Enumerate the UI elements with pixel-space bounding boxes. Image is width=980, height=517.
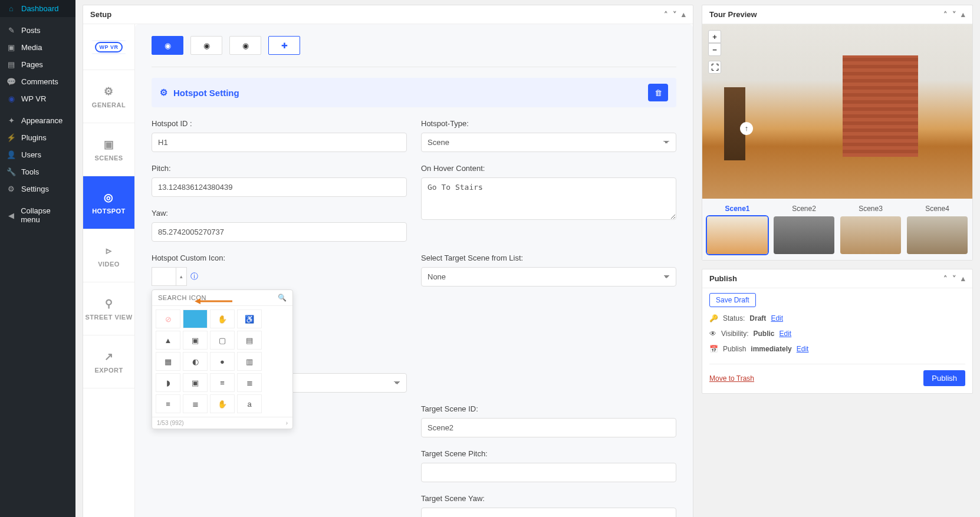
- icon-option[interactable]: ✋: [210, 309, 235, 328]
- tab-export[interactable]: ↗ EXPORT: [83, 335, 134, 388]
- tab-hotspot[interactable]: ◎ HOTSPOT: [83, 176, 134, 229]
- info-icon[interactable]: ⓘ: [190, 271, 198, 282]
- icon-option[interactable]: ▢: [210, 331, 235, 350]
- menu-posts[interactable]: ✎Posts: [0, 22, 75, 39]
- panel-toggle-icon[interactable]: ▴: [961, 10, 965, 19]
- panel-down-icon[interactable]: ˅: [952, 10, 956, 19]
- scene-card-1[interactable]: Scene1: [707, 205, 768, 254]
- panel-title: Setup: [90, 10, 111, 19]
- panel-toggle-icon[interactable]: ▴: [961, 274, 965, 283]
- icon-option[interactable]: a: [237, 394, 262, 413]
- tour-preview-viewport[interactable]: + − ⛶ ↑: [702, 24, 972, 199]
- menu-wpvr[interactable]: ◉WP VR: [0, 90, 75, 107]
- zoom-in-button[interactable]: +: [708, 30, 721, 43]
- panel-down-icon[interactable]: ˅: [673, 10, 677, 19]
- media-icon: ▣: [6, 43, 17, 52]
- icon-picker-trigger[interactable]: ▴: [152, 267, 187, 286]
- edit-status-link[interactable]: Edit: [771, 314, 783, 322]
- gear-icon: ⚙: [160, 87, 167, 98]
- menu-comments[interactable]: 💬Comments: [0, 73, 75, 90]
- chevron-right-icon[interactable]: ›: [286, 420, 288, 426]
- tab-general[interactable]: ⚙ GENERAL: [83, 70, 134, 123]
- target-list-select[interactable]: None: [421, 267, 676, 287]
- icon-option[interactable]: ▣: [183, 373, 208, 392]
- icon-option[interactable]: ≣: [183, 394, 208, 413]
- tab-scenes[interactable]: ▣ SCENES: [83, 123, 134, 176]
- icon-option[interactable]: ▦: [156, 352, 180, 371]
- hotspot-nav-3[interactable]: ◉: [229, 36, 261, 55]
- icon-option[interactable]: ●: [210, 352, 235, 371]
- icon-search-input[interactable]: [158, 294, 278, 301]
- target-yaw-label: Target Scene Yaw:: [421, 494, 676, 503]
- hotspot-type-select[interactable]: Scene: [421, 133, 676, 152]
- setup-panel-header: Setup ˄ ˅ ▴: [83, 5, 693, 24]
- menu-settings[interactable]: ⚙Settings: [0, 180, 75, 197]
- icon-picker-counter: 1/53 (992): [157, 420, 184, 426]
- icon-option[interactable]: ▥: [237, 352, 262, 371]
- menu-pages[interactable]: ▤Pages: [0, 56, 75, 73]
- hotspot-id-input[interactable]: [152, 133, 407, 152]
- save-draft-button[interactable]: Save Draft: [709, 293, 756, 307]
- icon-option[interactable]: ≡: [210, 373, 235, 392]
- content-area: ◉ ◉ ◉ ✚ ⚙ Hotspot Setting 🗑: [135, 24, 693, 517]
- schedule-label: Publish: [723, 345, 746, 353]
- menu-tools[interactable]: 🔧Tools: [0, 163, 75, 180]
- collapse-icon: ◀: [6, 211, 16, 220]
- scene-card-2[interactable]: Scene2: [774, 205, 834, 254]
- menu-dashboard[interactable]: ⌂Dashboard: [0, 0, 75, 17]
- section-title-row: ⚙ Hotspot Setting 🗑: [152, 78, 676, 107]
- hover-textarea[interactable]: [421, 177, 676, 220]
- icon-option[interactable]: ◐: [183, 352, 208, 371]
- yaw-input[interactable]: [152, 222, 407, 242]
- icon-option[interactable]: ▲: [156, 331, 180, 350]
- menu-appearance[interactable]: ✦Appearance: [0, 112, 75, 129]
- icon-option-none[interactable]: ⊘: [156, 309, 180, 328]
- icon-option[interactable]: ◗: [156, 373, 180, 392]
- publish-panel: Publish ˄ ˅ ▴ Save Draft 🔑 Status: Draft…: [702, 269, 973, 394]
- menu-users[interactable]: 👤Users: [0, 146, 75, 163]
- tab-label: GENERAL: [92, 101, 126, 108]
- icon-option[interactable]: ≣: [237, 373, 262, 392]
- panel-toggle-icon[interactable]: ▴: [682, 10, 686, 19]
- icon-option[interactable]: ▣: [183, 331, 208, 350]
- edit-visibility-link[interactable]: Edit: [779, 330, 791, 338]
- users-icon: 👤: [6, 150, 17, 159]
- target-yaw-input[interactable]: [421, 508, 676, 517]
- side-tabs: WP VR ⚙ GENERAL ▣ SCENES ◎ HOTSPOT ▹ VID…: [83, 24, 135, 517]
- target-id-input[interactable]: [421, 418, 676, 437]
- hotspot-nav-2[interactable]: ◉: [190, 36, 222, 55]
- pitch-input[interactable]: [152, 177, 407, 197]
- icon-option-selected[interactable]: [183, 309, 208, 328]
- move-trash-link[interactable]: Move to Trash: [709, 374, 754, 383]
- menu-plugins[interactable]: ⚡Plugins: [0, 129, 75, 146]
- anchor-icon: ⚲: [105, 297, 113, 310]
- hotspot-nav-add[interactable]: ✚: [268, 36, 300, 55]
- panel-up-icon[interactable]: ˄: [943, 274, 948, 283]
- panel-up-icon[interactable]: ˄: [943, 10, 948, 19]
- panel-title: Tour Preview: [709, 10, 757, 19]
- hotspot-id-label: Hotspot ID :: [152, 119, 407, 128]
- hotspot-marker[interactable]: ↑: [740, 122, 753, 135]
- menu-collapse[interactable]: ◀Collapse menu: [0, 202, 75, 228]
- icon-option[interactable]: ▤: [237, 331, 262, 350]
- scene-card-4[interactable]: Scene4: [907, 205, 968, 254]
- scene-card-3[interactable]: Scene3: [840, 205, 901, 254]
- zoom-out-button[interactable]: −: [708, 43, 721, 56]
- menu-media[interactable]: ▣Media: [0, 39, 75, 56]
- icon-option[interactable]: ✋: [210, 394, 235, 413]
- panel-up-icon[interactable]: ˄: [664, 10, 668, 19]
- delete-hotspot-button[interactable]: 🗑: [648, 84, 668, 101]
- panel-title: Publish: [709, 274, 737, 283]
- fullscreen-button[interactable]: ⛶: [708, 61, 721, 74]
- icon-option[interactable]: ≡: [156, 394, 180, 413]
- edit-schedule-link[interactable]: Edit: [797, 345, 809, 353]
- icon-option[interactable]: ♿: [237, 309, 262, 328]
- tab-video[interactable]: ▹ VIDEO: [83, 229, 134, 282]
- pitch-label: Pitch:: [152, 164, 407, 173]
- publish-button[interactable]: Publish: [923, 370, 965, 386]
- target-pitch-input[interactable]: [421, 463, 676, 482]
- panel-down-icon[interactable]: ˅: [952, 274, 956, 283]
- hotspot-nav-1[interactable]: ◉: [152, 36, 183, 55]
- tab-street[interactable]: ⚲ STREET VIEW: [83, 282, 134, 335]
- chevron-up-icon: ▴: [176, 268, 186, 285]
